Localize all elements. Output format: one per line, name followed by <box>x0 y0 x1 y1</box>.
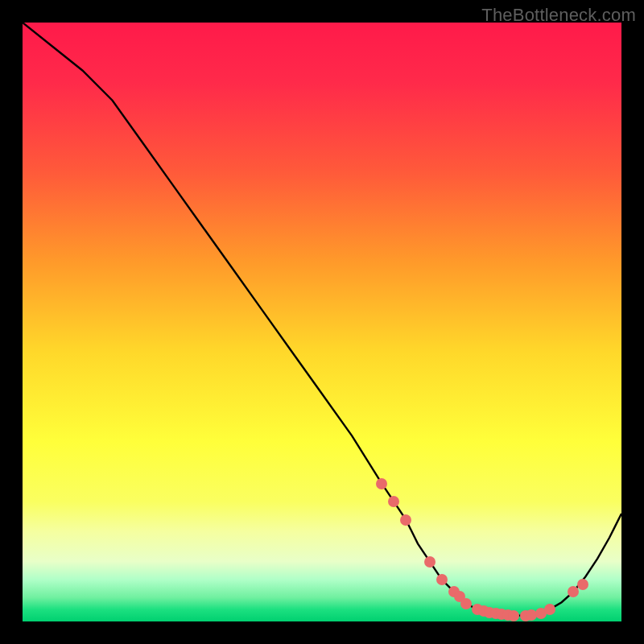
marker-dot <box>508 610 519 621</box>
watermark-text: TheBottleneck.com <box>481 5 636 26</box>
plot-area <box>23 23 621 621</box>
marker-dot <box>436 574 448 585</box>
marker-dot <box>460 598 472 609</box>
marker-dot <box>544 604 555 615</box>
marker-dot <box>577 579 588 590</box>
bottleneck-curve <box>23 23 621 616</box>
marker-dot <box>400 514 411 526</box>
marker-dot <box>424 556 436 568</box>
curve-svg <box>23 23 621 621</box>
chart-container: TheBottleneck.com <box>0 0 644 644</box>
